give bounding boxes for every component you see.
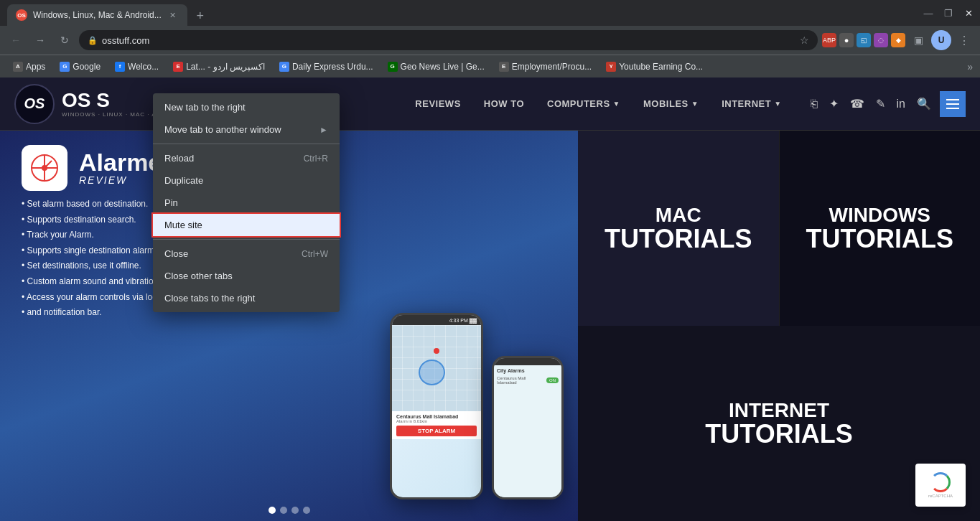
- app-name: Alarme: [79, 150, 162, 174]
- browser-frame: OS Windows, Linux, Mac & Android... ✕ + …: [0, 0, 980, 521]
- context-menu: New tab to the right Move tab to another…: [153, 93, 340, 312]
- bookmark-label-employment: Employment/Procu...: [512, 62, 592, 72]
- forward-button[interactable]: →: [30, 30, 50, 50]
- menu-new-tab-right[interactable]: New tab to the right: [153, 96, 340, 118]
- menu-move-tab[interactable]: Move tab to another window ►: [153, 118, 340, 141]
- bookmark-welcome[interactable]: f Welco...: [109, 59, 164, 75]
- stop-alarm-btn: STOP ALARM: [396, 426, 477, 436]
- bookmark-favicon-daily: G: [279, 62, 289, 72]
- bookmark-label-welcome: Welco...: [128, 62, 159, 72]
- bookmark-star-icon[interactable]: ☆: [800, 34, 809, 46]
- menu-duplicate-label: Duplicate: [164, 175, 328, 186]
- menu-mute-site-label: Mute site: [164, 220, 328, 230]
- nav-how-to[interactable]: HOW TO: [472, 78, 536, 131]
- phone-screen-2: City Alarms Centaurus Mall Islamabad ON: [494, 358, 561, 497]
- url-bar[interactable]: 🔒 osstuff.com ☆: [79, 30, 818, 50]
- hamburger-menu-button[interactable]: [940, 91, 966, 117]
- slider-dot-4[interactable]: [303, 507, 310, 514]
- menu-separator-2: [153, 239, 340, 240]
- menu-reload[interactable]: Reload Ctrl+R: [153, 147, 340, 169]
- menu-close[interactable]: Close Ctrl+W: [153, 243, 340, 265]
- nav-internet[interactable]: INTERNET ▼: [710, 78, 793, 131]
- menu-separator-1: [153, 144, 340, 144]
- extension-icon-3[interactable]: ◱: [857, 33, 871, 47]
- nav-mobiles[interactable]: MOBILES ▼: [632, 78, 710, 131]
- mac-tutorials-panel[interactable]: MAC TUTORIALS: [578, 131, 780, 326]
- bookmark-favicon-welcome: f: [115, 62, 125, 72]
- bookmark-label-daily: Daily Express Urdu...: [292, 62, 373, 72]
- bookmark-apps[interactable]: A Apps: [7, 59, 51, 75]
- pinterest-icon[interactable]: ☎: [847, 94, 867, 113]
- menu-mute-site[interactable]: Mute site: [153, 214, 340, 236]
- menu-new-tab-right-label: New tab to the right: [164, 102, 328, 113]
- address-bar: ← → ↻ 🔒 osstuff.com ☆ ABP ● ◱ ◌ ◆ ▣ U ⋮: [0, 26, 980, 55]
- extension-icon-4[interactable]: ◌: [874, 33, 888, 47]
- profile-icon[interactable]: U: [931, 30, 951, 50]
- website-content: OS OS S WINDOWS · LINUX · MAC · ANDROID …: [0, 78, 980, 521]
- menu-button[interactable]: ⋮: [954, 30, 974, 50]
- bookmarks-bar: A Apps G Google f Welco... E Lat... - اک…: [0, 55, 980, 78]
- extension-icon-5[interactable]: ◆: [891, 33, 905, 47]
- bookmark-youtube[interactable]: Y Youtube Earning Co...: [600, 59, 709, 75]
- bookmarks-more-button[interactable]: »: [967, 61, 973, 72]
- toolbar-icons: ABP ● ◱ ◌ ◆ ▣ U ⋮: [822, 30, 974, 50]
- extension-icon-2[interactable]: ●: [839, 33, 854, 47]
- active-tab[interactable]: OS Windows, Linux, Mac & Android... ✕: [7, 4, 187, 26]
- bookmark-express-urdu[interactable]: E Lat... - اکسپریس اردو: [167, 59, 271, 75]
- twitter-icon[interactable]: ✦: [826, 94, 841, 113]
- bookmark-employment[interactable]: E Employment/Procu...: [493, 59, 597, 75]
- phone-mockup-1: 4:33 PM ▓▓ Centaurus Mall Islamabad Alar…: [390, 313, 483, 499]
- title-bar: OS Windows, Linux, Mac & Android... ✕ + …: [0, 0, 980, 26]
- menu-close-shortcut: Ctrl+W: [302, 249, 328, 259]
- window-controls: — ❐ ✕: [917, 0, 980, 26]
- menu-pin-label: Pin: [164, 197, 328, 208]
- phone2-content: City Alarms Centaurus Mall Islamabad ON: [494, 365, 561, 497]
- tab-close-button[interactable]: ✕: [167, 9, 179, 21]
- menu-reload-shortcut: Ctrl+R: [304, 154, 328, 164]
- internet-panel-text: INTERNET TUTORIALS: [705, 400, 852, 448]
- alarm-info: Centaurus Mall Islamabad Alarm in 8.01km…: [392, 411, 481, 439]
- slider-dot-1[interactable]: [269, 507, 276, 514]
- slider-dot-3[interactable]: [291, 507, 299, 514]
- lock-icon: 🔒: [88, 36, 98, 45]
- extensions-puzzle-icon[interactable]: ▣: [908, 30, 928, 50]
- internet-arrow: ▼: [774, 100, 781, 108]
- recaptcha-circle: [930, 472, 951, 492]
- back-button[interactable]: ←: [6, 30, 26, 50]
- maximize-button[interactable]: ❐: [943, 8, 954, 19]
- nav-computers[interactable]: COMPUTERS ▼: [536, 78, 632, 131]
- bookmark-daily-express[interactable]: G Daily Express Urdu...: [274, 59, 379, 75]
- bookmark-favicon-youtube: Y: [606, 62, 616, 72]
- nav-reviews[interactable]: REVIEWS: [403, 78, 472, 131]
- hamburger-line-1: [946, 99, 959, 100]
- computers-arrow: ▼: [613, 100, 620, 108]
- mac-panel-main-title: MAC: [605, 205, 752, 227]
- recaptcha-logo: [930, 472, 951, 492]
- bookmark-label-geo: Geo News Live | Ge...: [401, 62, 485, 72]
- linkedin-icon[interactable]: in: [894, 95, 908, 113]
- menu-duplicate[interactable]: Duplicate: [153, 169, 340, 192]
- windows-panel-sub-title: TUTORIALS: [806, 226, 953, 252]
- new-tab-button[interactable]: +: [190, 6, 210, 26]
- instagram-icon[interactable]: ✎: [873, 94, 888, 113]
- windows-tutorials-panel[interactable]: WINDOWS TUTORIALS: [780, 131, 981, 326]
- minimize-button[interactable]: —: [923, 8, 934, 19]
- extension-icon-1[interactable]: ABP: [822, 33, 836, 47]
- facebook-icon[interactable]: ⎗: [808, 95, 821, 113]
- mobiles-arrow: ▼: [691, 100, 699, 108]
- map-pin: [434, 348, 439, 354]
- menu-pin[interactable]: Pin: [153, 192, 340, 214]
- tab-bar: OS Windows, Linux, Mac & Android... ✕ +: [0, 0, 917, 26]
- menu-close-tabs-right[interactable]: Close tabs to the right: [153, 287, 340, 309]
- phone-status-bar: 4:33 PM ▓▓: [392, 315, 481, 325]
- bookmark-geo-news[interactable]: G Geo News Live | Ge...: [382, 59, 490, 75]
- close-button[interactable]: ✕: [963, 8, 974, 19]
- bookmark-google[interactable]: G Google: [54, 59, 106, 75]
- slider-dot-2[interactable]: [280, 507, 287, 514]
- bookmark-favicon-apps: A: [13, 62, 23, 72]
- bookmark-label-apps: Apps: [26, 62, 45, 72]
- phone2-title: City Alarms: [497, 368, 559, 373]
- reload-button[interactable]: ↻: [55, 30, 75, 50]
- search-icon[interactable]: 🔍: [914, 94, 934, 113]
- menu-close-other-tabs[interactable]: Close other tabs: [153, 265, 340, 287]
